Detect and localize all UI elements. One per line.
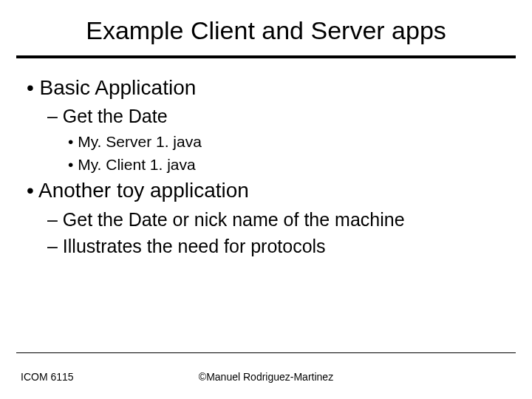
bullet-level2: Get the Date <box>47 104 516 129</box>
bullet-level1: Basic Application <box>27 75 516 101</box>
footer-left: ICOM 6115 <box>21 371 74 383</box>
bullet-level2: Illustrates the need for protocols <box>47 234 516 259</box>
slide: Example Client and Server apps Basic App… <box>0 0 532 399</box>
slide-title: Example Client and Server apps <box>0 0 532 55</box>
bullet-level2: Get the Date or nick name of the machine <box>47 208 516 232</box>
bullet-level3: My. Client 1. java <box>68 154 516 174</box>
bullet-level3: My. Server 1. java <box>68 132 516 151</box>
footer: ICOM 6115 ©Manuel Rodriguez-Martinez <box>0 371 532 383</box>
footer-divider <box>16 352 516 353</box>
bullet-level1: Another toy application <box>27 177 516 204</box>
footer-center: ©Manuel Rodriguez-Martinez <box>0 371 532 383</box>
slide-body: Basic Application Get the Date My. Serve… <box>0 58 532 259</box>
